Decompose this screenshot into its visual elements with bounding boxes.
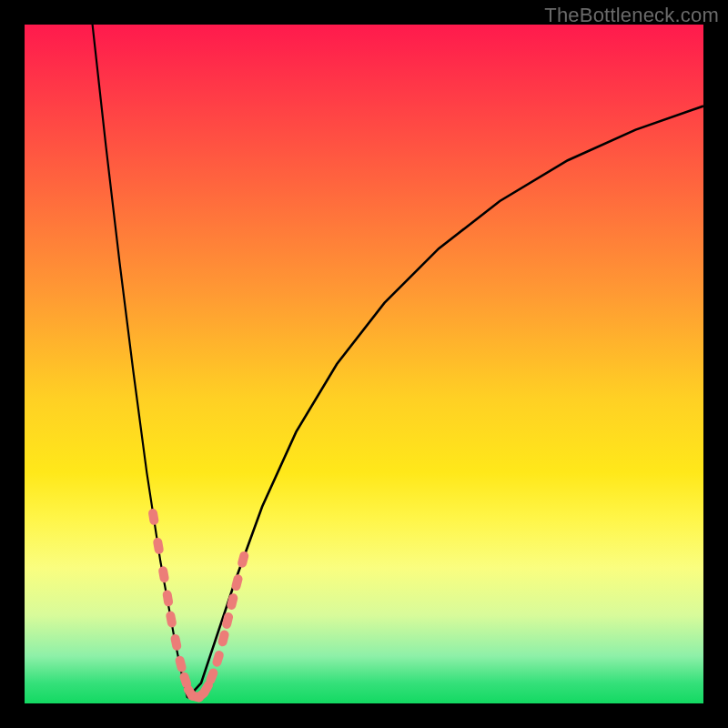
watermark-text: TheBottleneck.com [544, 4, 719, 27]
curve-marker [226, 592, 238, 611]
left-branch-curve [93, 25, 187, 698]
plot-area [25, 25, 703, 703]
curve-marker [237, 551, 249, 569]
curve-marker [175, 655, 187, 673]
right-branch-curve [187, 106, 703, 699]
curve-marker [211, 650, 225, 668]
curve-marker [153, 537, 165, 554]
chart-frame: TheBottleneck.com [0, 0, 728, 728]
curve-layer [25, 25, 703, 703]
marker-group [147, 508, 249, 703]
curve-marker [157, 566, 169, 583]
curve-marker [162, 590, 174, 607]
curve-marker [147, 508, 159, 525]
curve-marker [170, 633, 183, 652]
curve-marker [166, 611, 177, 629]
